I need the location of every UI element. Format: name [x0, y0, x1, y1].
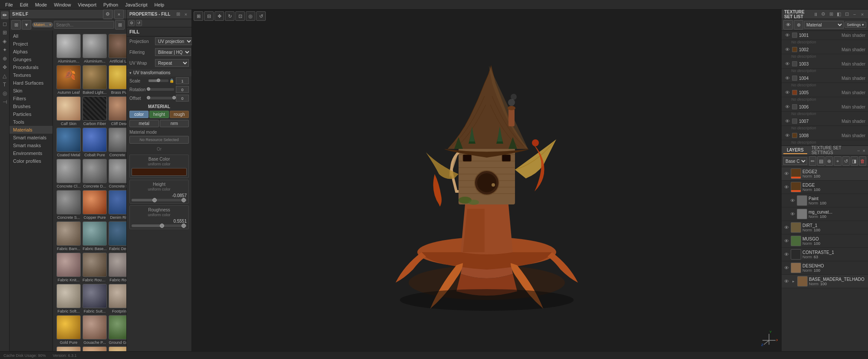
scale-lock-icon[interactable]: 🔒	[169, 79, 174, 83]
ts-settings-label[interactable]: Settings ▾	[845, 22, 866, 28]
offset-thumb[interactable]	[147, 96, 150, 99]
mat-tab-rough[interactable]: rough	[170, 111, 189, 118]
layers-tab-settings[interactable]: TEXTURE SET SETTINGS	[808, 146, 855, 157]
menu-mode[interactable]: Mode	[32, 1, 51, 8]
ts-eye-1001[interactable]: 👁	[784, 32, 790, 38]
offset-value[interactable]: 0	[176, 95, 189, 102]
shelf-nav-materials[interactable]: Materials	[10, 126, 53, 134]
texture-set-item-1003[interactable]: 👁 1003 Main shader	[782, 59, 868, 69]
material-item[interactable]: Human Beli...	[83, 346, 107, 351]
tool-paint[interactable]: ✏	[1, 11, 9, 19]
layer-item-musgo[interactable]: 👁 MUSGO Norm 100	[782, 234, 868, 248]
menu-window[interactable]: Window	[50, 1, 74, 8]
scale-value[interactable]: 1	[176, 77, 189, 84]
material-item[interactable]: Brass Pure	[109, 65, 126, 95]
shelf-nav-particles[interactable]: Particles	[10, 110, 53, 118]
material-item[interactable]: Human Bac...	[56, 346, 81, 351]
material-item[interactable]: Concrete Si...	[109, 159, 126, 188]
ts-material-select[interactable]: Material	[804, 21, 844, 29]
texture-set-btn2[interactable]: ⊞	[828, 11, 834, 17]
projection-select[interactable]: UV projection	[155, 37, 193, 45]
mat-tab-nrm[interactable]: nrm	[160, 120, 189, 127]
menu-python[interactable]: Python	[100, 1, 122, 8]
layer-eye-edge2[interactable]: 👁	[783, 171, 789, 176]
material-item[interactable]: Fabric Deni...	[109, 221, 126, 251]
material-item[interactable]: Aluminium...	[56, 34, 81, 63]
material-item[interactable]: 🍂 Autumn Leaf	[56, 65, 81, 95]
texture-set-btn4[interactable]: ⊡	[844, 11, 850, 17]
tool-polygon-fill[interactable]: ◈	[1, 37, 9, 45]
layers-add-fill-btn[interactable]: ▤	[817, 156, 825, 166]
layer-eye-edge[interactable]: 👁	[783, 184, 789, 190]
layer-eye-paint[interactable]: 👁	[789, 198, 795, 203]
texture-set-btn3[interactable]: ◧	[836, 11, 842, 17]
shelf-active-filter[interactable]: Materi... ×	[32, 22, 53, 27]
texture-set-item-1007[interactable]: 👁 1007 Main shader	[782, 117, 868, 126]
shelf-nav-textures[interactable]: Textures	[10, 71, 53, 79]
mat-tab-metal[interactable]: metal	[129, 120, 159, 127]
material-item[interactable]: Concrete Cl...	[56, 159, 81, 188]
material-item[interactable]: Aluminium...	[83, 34, 107, 63]
material-item[interactable]: Gold Pure	[56, 315, 81, 345]
layers-brush-btn[interactable]: ⌖	[834, 156, 841, 166]
shelf-search-input[interactable]	[54, 21, 114, 29]
texture-set-item-1005[interactable]: 👁 1005 Main shader	[782, 88, 868, 97]
roughness-track[interactable]	[132, 224, 187, 227]
material-item[interactable]: Fabric Suit...	[83, 284, 107, 313]
material-item[interactable]: Fabric Roug...	[83, 253, 107, 282]
vp-refresh-btn[interactable]: ↺	[256, 11, 266, 21]
properties-close-btn[interactable]: ×	[183, 11, 189, 17]
texture-set-pause-btn[interactable]: ⏸	[812, 11, 818, 17]
texture-set-close[interactable]: ×	[859, 11, 865, 17]
texture-set-item-1002[interactable]: 👁 1002 Main shader	[782, 45, 868, 54]
shelf-nav-smart-masks[interactable]: Smart masks	[10, 142, 53, 149]
uv-transform-header[interactable]: ▾ UV transformations	[127, 69, 191, 76]
layers-add-effect-btn[interactable]: ⊕	[825, 156, 833, 166]
tool-smudge[interactable]: ✦	[1, 46, 9, 54]
uv-wrap-select[interactable]: Repeat	[155, 59, 189, 67]
properties-mode-icon[interactable]: ⚙	[129, 20, 135, 26]
tool-picker[interactable]: ◎	[1, 89, 9, 97]
shelf-nav-color-profiles[interactable]: Color profiles	[10, 157, 53, 165]
material-item[interactable]: Denim Rivet	[109, 190, 126, 220]
ts-eye-1005[interactable]: 👁	[784, 89, 790, 96]
layer-eye-base-madera[interactable]: 👁	[783, 279, 789, 284]
material-item[interactable]: Concrete D...	[83, 159, 107, 188]
shelf-nav-brushes[interactable]: Brushes	[10, 102, 53, 110]
height-track[interactable]	[132, 199, 187, 201]
mat-tab-color[interactable]: color	[129, 111, 149, 118]
texture-set-item-1006[interactable]: 👁 1006 Main shader	[782, 102, 868, 112]
menu-file[interactable]: File	[2, 1, 17, 8]
mat-tab-height[interactable]: height	[149, 111, 168, 118]
tool-eraser[interactable]: ◻	[1, 20, 9, 28]
shelf-nav-grunges[interactable]: Grunges	[10, 56, 53, 63]
offset-thumb2[interactable]	[172, 96, 176, 99]
layer-eye-contraste1[interactable]: 👁	[783, 252, 789, 257]
no-resource-selected[interactable]: No Resource Selected	[129, 136, 189, 144]
roughness-thumb[interactable]	[160, 224, 164, 228]
material-item[interactable]: Artificial Le...	[109, 34, 126, 63]
scale-thumb[interactable]	[157, 79, 160, 82]
layer-item-paint[interactable]: 👁 Paint Norm 100	[782, 194, 868, 207]
base-color-swatch[interactable]	[132, 168, 187, 176]
material-item[interactable]: Calf Skin	[56, 96, 81, 126]
layer-item-desenho[interactable]: 👁 DESENHO Norm 100	[782, 261, 868, 275]
properties-refresh-icon[interactable]: ↺	[136, 20, 142, 26]
rotation-value[interactable]: 0	[176, 86, 189, 93]
roughness-thumb-end[interactable]	[182, 224, 186, 228]
ts-eye-btn[interactable]: 👁	[783, 20, 793, 30]
vp-grid-btn[interactable]: ⊟	[204, 11, 214, 21]
texture-set-minimize[interactable]: −	[851, 11, 858, 17]
layers-add-paint-btn[interactable]: ✏	[809, 156, 816, 166]
layer-eye-mgcurvat[interactable]: 👁	[789, 211, 795, 217]
layer-group-expand-base-madera[interactable]: ▸	[791, 279, 796, 284]
vp-move-btn[interactable]: ✥	[215, 11, 224, 21]
texture-set-settings-btn[interactable]: ⚙	[820, 11, 826, 17]
layer-item-edge2[interactable]: 👁 EDGE2 Norm 100	[782, 167, 868, 181]
tool-clone[interactable]: ⊕	[1, 55, 9, 63]
menu-javascript[interactable]: JavaScript	[122, 1, 151, 8]
rotation-thumb[interactable]	[147, 87, 150, 91]
tool-text[interactable]: T	[1, 81, 9, 89]
material-item[interactable]: Fabric Knit...	[56, 253, 81, 282]
material-item[interactable]: Fabric Base...	[83, 221, 107, 251]
